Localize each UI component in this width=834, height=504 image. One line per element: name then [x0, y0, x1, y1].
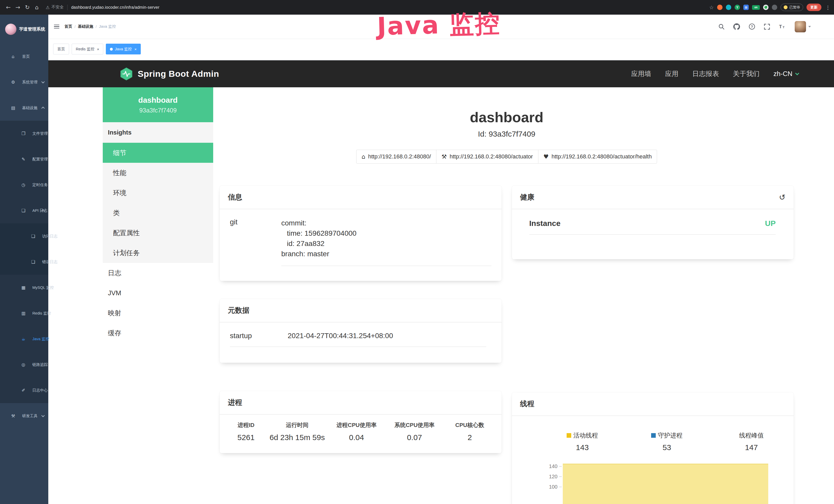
on-badge-extension-icon[interactable]: on: [752, 5, 760, 10]
leaf-extension-icon[interactable]: [763, 5, 768, 10]
coffee-icon: ☕: [20, 336, 27, 342]
sidebar-item-label: 日志中心: [32, 388, 48, 393]
process-card-title: 进程: [220, 391, 502, 415]
sidebar-item-scheduled-tasks[interactable]: ◷ 定时任务: [0, 172, 48, 198]
legend-daemon-threads: 守护进程 53: [625, 431, 709, 452]
legend-value: 53: [663, 443, 671, 452]
main-area: 首页 / 基础设施 / Java 监控 ? TT: [48, 15, 834, 504]
browser-menu-icon[interactable]: ⋮: [826, 5, 830, 10]
sba-menu-environment[interactable]: 环境: [103, 183, 213, 203]
sba-menu-jvm[interactable]: JVM: [103, 283, 213, 303]
insights-section-label: Insights: [103, 122, 213, 143]
sba-menu-details[interactable]: 细节: [103, 143, 213, 163]
sidebar-item-file-management[interactable]: ❐ 文件管理: [0, 121, 48, 146]
address-bar[interactable]: ⚠ 不安全 dashboard.yudao.iocoder.cn/infra/a…: [46, 5, 159, 10]
sba-nav-about[interactable]: 关于我们: [733, 69, 760, 78]
sidebar-item-mysql-monitor[interactable]: ▦ MySQL 监控: [0, 275, 48, 300]
fox-extension-icon[interactable]: [717, 5, 723, 10]
sidebar-item-dev-tools[interactable]: ⚒ 研发工具: [0, 403, 48, 429]
hamburger-icon[interactable]: [54, 25, 59, 29]
grid-extension-icon[interactable]: ⊞: [743, 5, 749, 10]
file-icon: ❐: [20, 131, 27, 136]
sba-brand[interactable]: Spring Boot Admin: [119, 67, 219, 81]
help-icon[interactable]: ?: [749, 23, 755, 30]
sidebar-item-error-logs[interactable]: ❏ 错误日志: [0, 249, 48, 275]
sidebar-item-redis-monitor[interactable]: ▥ Redis 监控: [0, 300, 48, 326]
instance-url-button[interactable]: ⌂ http://192.168.0.2:48080/: [356, 150, 436, 164]
fullscreen-icon[interactable]: [764, 24, 770, 30]
wrench-icon: ⚒: [441, 153, 447, 160]
tag-java-monitor[interactable]: Java 监控 ×: [106, 44, 141, 54]
process-value-pid: 5261: [226, 433, 266, 442]
health-url-button[interactable]: ♥ http://192.168.0.2:48080/actuator/heal…: [538, 150, 657, 164]
sidebar-item-home[interactable]: ⌂ 首页: [0, 44, 48, 69]
close-icon[interactable]: ×: [134, 47, 137, 51]
back-icon[interactable]: ←: [4, 4, 13, 10]
app-logo[interactable]: 芋道管理系统: [0, 15, 48, 44]
droplet-extension-icon[interactable]: [726, 5, 731, 10]
browser-home-icon[interactable]: ⌂: [32, 4, 42, 10]
sba-navbar: Spring Boot Admin 应用墙 应用 日志报表 关于我们 zh-CN: [48, 60, 834, 87]
sidebar-item-config-management[interactable]: ✎ 配置管理: [0, 146, 48, 172]
sba-menu-mappings[interactable]: 映射: [103, 303, 213, 323]
warning-icon: ⚠: [46, 5, 49, 10]
user-menu[interactable]: [795, 21, 811, 32]
database-icon: ▥: [20, 311, 27, 316]
breadcrumb-separator: /: [95, 24, 96, 29]
sba-menu-classes[interactable]: 类: [103, 203, 213, 223]
breadcrumb-item-infrastructure[interactable]: 基础设施: [78, 24, 93, 29]
font-size-icon[interactable]: TT: [779, 24, 786, 30]
sidebar-item-label: 基础设施: [22, 106, 38, 110]
sidebar-item-log-center[interactable]: ✐ 日志中心: [0, 377, 48, 403]
legend-peak-threads: 线程峰值 147: [709, 431, 794, 452]
health-instance-label: Instance: [529, 219, 561, 228]
link-label: http://192.168.0.2:48080/: [368, 153, 431, 160]
breadcrumb-item-home[interactable]: 首页: [64, 24, 72, 29]
git-id-line: id: 27aa832: [281, 238, 491, 249]
sba-menu-performance[interactable]: 性能: [103, 163, 213, 183]
forward-icon[interactable]: →: [13, 4, 23, 10]
breadcrumb: 首页 / 基础设施 / Java 监控: [64, 24, 116, 29]
info-card: 信息 git commit: time: 1596289704000 id: 2…: [220, 186, 502, 281]
sidebar-item-infrastructure[interactable]: ▤ 基础设施: [0, 95, 48, 121]
sba-menu-scheduled-tasks[interactable]: 计划任务: [103, 243, 213, 263]
sba-body: dashboard 93a3fc7f7409 Insights 细节 性能 环境…: [48, 87, 834, 504]
clock-icon: ◷: [20, 182, 27, 187]
sba-nav-applications[interactable]: 应用: [665, 69, 678, 78]
bookmark-star-icon[interactable]: ☆: [709, 4, 714, 10]
sba-locale-select[interactable]: zh-CN: [773, 70, 798, 78]
threads-chart: 140 120 100: [519, 461, 794, 504]
tag-redis-monitor[interactable]: Redis 监控 ×: [72, 44, 103, 54]
reload-icon[interactable]: ↻: [23, 4, 32, 10]
instance-header: dashboard 93a3fc7f7409: [103, 87, 213, 122]
sba-menu-logs[interactable]: 日志: [103, 263, 213, 283]
profile-paused-badge[interactable]: 已暂停: [781, 4, 803, 11]
close-icon[interactable]: ×: [97, 47, 100, 51]
sidebar-item-java-monitor[interactable]: ☕ Java 监控: [0, 326, 48, 352]
sidebar-item-label: 系统管理: [22, 80, 38, 85]
y-extension-icon[interactable]: Y: [734, 5, 740, 10]
history-icon[interactable]: ↺: [779, 193, 786, 202]
browser-chrome: ← → ↻ ⌂ ⚠ 不安全 dashboard.yudao.iocoder.cn…: [0, 0, 834, 15]
actuator-url-button[interactable]: ⚒ http://192.168.0.2:48080/actuator: [436, 150, 539, 164]
tag-home[interactable]: 首页: [53, 44, 69, 54]
sidebar-item-label: 定时任务: [32, 183, 48, 187]
github-icon[interactable]: [733, 23, 740, 30]
browser-update-button[interactable]: 更新: [807, 4, 821, 11]
page-title: dashboard: [220, 109, 794, 125]
url-text[interactable]: dashboard.yudao.iocoder.cn/infra/admin-s…: [71, 5, 159, 10]
threads-card-title: 线程: [512, 392, 794, 416]
blue-legend-swatch: [651, 433, 656, 438]
gear-icon: ⚙: [10, 79, 17, 85]
puzzle-extensions-icon[interactable]: [772, 5, 777, 10]
sidebar-item-label: 错误日志: [42, 259, 58, 265]
sidebar-item-system-management[interactable]: ⚙ 系统管理: [0, 69, 48, 95]
sba-nav-wallboard[interactable]: 应用墙: [631, 69, 651, 78]
sba-nav-journal[interactable]: 日志报表: [692, 69, 719, 78]
search-icon[interactable]: [719, 24, 725, 30]
sidebar-item-link-tracing[interactable]: ◎ 链路追踪: [0, 352, 48, 377]
sba-menu-config-properties[interactable]: 配置属性: [103, 223, 213, 243]
sidebar-item-access-logs[interactable]: ❏ 访问日志: [0, 223, 48, 249]
sidebar-item-api-logs[interactable]: ❏ API 日志: [0, 198, 48, 223]
sba-menu-caches[interactable]: 缓存: [103, 323, 213, 343]
